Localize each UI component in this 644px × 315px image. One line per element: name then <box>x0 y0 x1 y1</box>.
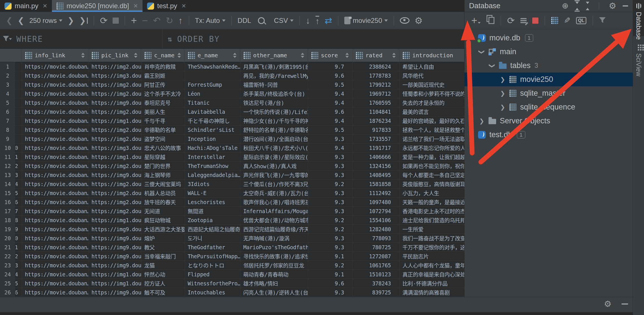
tab-sciview[interactable]: SciView <box>633 41 644 72</box>
table-cell[interactable]: https://movie.douban… <box>22 243 89 251</box>
table-cell[interactable]: 9.1 <box>308 252 353 261</box>
table-cell[interactable]: https://movie.douban… <box>22 225 89 233</box>
chevron-down-icon[interactable]: ❯ <box>489 63 496 69</box>
sort-arrows-icon[interactable] <box>81 51 85 60</box>
tree-item-tables[interactable]: ❯tables3 <box>465 59 633 73</box>
table-cell[interactable]: https://movie.douban… <box>22 207 89 215</box>
table-cell[interactable]: 9.6 <box>308 279 353 288</box>
table-cell[interactable]: 海上钢琴师 <box>141 170 185 179</box>
table-cell[interactable]: 9.3 <box>308 170 353 179</box>
table-cell[interactable]: 千万不要记恨你的对手，这样会 <box>400 243 465 251</box>
table-cell[interactable]: https://movie.douban… <box>22 216 89 224</box>
table-cell[interactable]: 1581858 <box>353 180 400 188</box>
table-cell[interactable]: 歌声伴我心(港)/唱诗班男孩 <box>240 198 308 206</box>
table-cell[interactable]: 阿甘正传 <box>141 80 185 89</box>
import-data-button[interactable]: ↑ <box>315 16 319 25</box>
table-cell[interactable]: https://movie.douban… <box>22 279 89 288</box>
tab-main-py[interactable]: main.py✕ <box>0 0 52 12</box>
tab-database[interactable]: Database <box>633 0 644 36</box>
table-cell[interactable]: 一部美国近现代史 <box>400 80 465 89</box>
table-cell[interactable]: TheShawshankRede… <box>185 62 240 71</box>
table-cell[interactable]: 9.5 <box>308 80 353 89</box>
chevron-down-icon[interactable]: ❯ <box>478 49 485 55</box>
tree-item-movie250[interactable]: ❯movie250 <box>465 73 633 86</box>
table-cell[interactable]: https://movie.douban… <box>22 270 89 279</box>
clipped-rank-cell[interactable]: 13 <box>16 170 22 179</box>
tree-item-movie-db[interactable]: ❯movie.db1 <box>465 31 633 45</box>
table-cell[interactable]: 放牛班的春天 <box>141 198 185 206</box>
table-cell[interactable]: 1272087 <box>353 252 400 261</box>
table-cell[interactable]: 9.6 <box>308 107 353 116</box>
table-cell[interactable]: 三个傻瓜(台)/作死不离3兄弟(港 <box>240 180 308 188</box>
table-cell[interactable]: 邻居托托罗/邻家的豆豆龙 <box>240 261 308 270</box>
duplicate-button[interactable] <box>486 17 494 24</box>
table-cell[interactable]: https://img1.dou… <box>89 270 141 279</box>
table-cell[interactable]: 도가니 <box>185 234 240 242</box>
close-icon[interactable]: ✕ <box>181 3 186 9</box>
table-cell[interactable]: 平民励志片 <box>400 252 465 261</box>
clipped-rank-cell[interactable]: 3 <box>16 80 22 89</box>
table-cell[interactable]: 英俊版憨豆，高情商版谢耳朵 <box>400 180 465 188</box>
table-cell[interactable]: 1554106 <box>353 216 400 224</box>
table-cell[interactable]: https://movie.douban… <box>22 170 89 179</box>
table-cell[interactable]: 1876234 <box>353 116 400 125</box>
table-cell[interactable]: https://movie.douban… <box>22 143 89 152</box>
table-cell[interactable]: 9.3 <box>308 189 353 197</box>
table-cell[interactable]: 龙猫 <box>141 261 185 270</box>
table-cell[interactable]: 最好的宫崎骏，最好的久石让 <box>400 116 465 125</box>
table-cell[interactable]: https://img2.dou… <box>89 161 141 170</box>
submit-button[interactable]: ↑ <box>178 16 183 25</box>
table-cell[interactable]: 触不可及 <box>141 288 185 297</box>
table-cell[interactable]: 铁达尼号(港/台) <box>240 98 308 107</box>
gear-icon[interactable]: ⚙ <box>609 2 616 10</box>
stop-button[interactable] <box>113 18 119 24</box>
tab-movie250-movie-db[interactable]: movie250 [movie.db]✕ <box>52 0 143 12</box>
table-cell[interactable]: 9.2 <box>308 180 353 188</box>
row-number[interactable]: 23 <box>0 261 16 270</box>
table-cell[interactable]: 780725 <box>353 243 400 251</box>
first-page-button[interactable]: ❮ <box>6 17 12 25</box>
transaction-mode-selector[interactable]: Tx: Auto <box>195 17 225 25</box>
table-cell[interactable]: 星际穿越 <box>141 152 185 161</box>
table-cell[interactable]: 9.3 <box>308 198 353 206</box>
table-cell[interactable]: 优兽大都会(港)/动物方城市(台 <box>240 216 308 224</box>
table-cell[interactable]: 西遊記大結局之仙履奇緣 <box>185 225 240 233</box>
row-number[interactable]: 1 <box>0 62 16 71</box>
table-cell[interactable]: 9.4 <box>308 89 353 98</box>
table-cell[interactable]: 1112492 <box>353 189 400 197</box>
table-cell[interactable]: https://img2.dou… <box>89 198 141 206</box>
table-cell[interactable]: 1969712 <box>353 89 400 98</box>
table-cell[interactable]: となりのトトロ <box>185 261 240 270</box>
table-cell[interactable]: 盗梦空间 <box>141 134 185 143</box>
clipped-rank-cell[interactable]: 25 <box>16 279 22 288</box>
table-cell[interactable]: 1510123 <box>353 270 400 279</box>
row-number[interactable]: 19 <box>0 225 16 233</box>
sort-arrows-icon[interactable] <box>392 51 396 60</box>
table-cell[interactable]: Titanic <box>185 98 240 107</box>
table-cell[interactable]: 1760595 <box>353 98 400 107</box>
table-cell[interactable]: https://img2.dou… <box>89 189 141 197</box>
row-number[interactable]: 25 <box>0 279 16 288</box>
row-number[interactable]: 24 <box>0 270 16 279</box>
table-cell[interactable]: 杀手莱昂/终极追杀令(台) <box>240 89 308 98</box>
clipped-rank-cell[interactable]: 10 <box>16 143 22 152</box>
row-number[interactable]: 21 <box>0 243 16 251</box>
table-cell[interactable]: https://movie.douban… <box>22 288 89 297</box>
tree-item-test-db[interactable]: ❯test.db1 <box>465 128 633 142</box>
table-cell[interactable]: 神隐少女(台)/千与千寻的神隐 <box>240 116 308 125</box>
table-cell[interactable]: https://movie.douban… <box>22 161 89 170</box>
table-cell[interactable]: 1191717 <box>353 143 400 152</box>
table-cell[interactable]: https://img9.dou… <box>89 243 141 251</box>
row-number[interactable]: 22 <box>0 252 16 261</box>
tab-test-py[interactable]: test.py✕ <box>143 0 190 12</box>
table-cell[interactable]: 1072794 <box>353 207 400 215</box>
table-cell[interactable]: 3Idiots <box>185 180 240 188</box>
tree-item-sqlite-master[interactable]: ❯sqlite_master <box>465 86 633 100</box>
table-cell[interactable]: 声光伴我飞(港)/一九零零的传奇 <box>240 170 308 179</box>
table-cell[interactable]: https://img2.dou… <box>89 180 141 188</box>
table-cell[interactable]: 萌动青春/青春萌动 <box>240 270 308 279</box>
column-header-rated[interactable]: rated <box>352 49 399 62</box>
collapse-all-icon[interactable] <box>586 2 589 10</box>
table-cell[interactable]: 1104841 <box>353 107 400 116</box>
table-cell[interactable]: Intouchables <box>185 288 240 297</box>
